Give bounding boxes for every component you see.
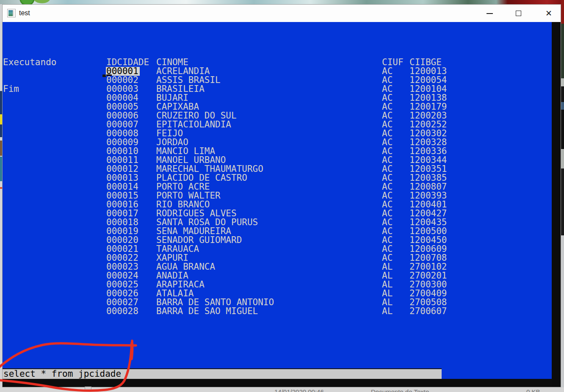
cell-idcidade: 000027 (106, 298, 138, 307)
cell-idcidade: 000001 (106, 67, 140, 76)
cell-ciibge: 1200385 (409, 174, 447, 182)
table-row[interactable]: 000001ACRELANDIAAC1200013 (3, 67, 561, 76)
cell-cinome: BRASILEIA (156, 85, 205, 94)
table-row[interactable]: 000008FEIJOAC1200302 (3, 129, 561, 138)
cell-ciuf: AL (382, 298, 393, 307)
screen: 14/01/2020 00:46 Documento de Texto 0 KB… (0, 0, 564, 392)
table-row[interactable]: 000027BARRA DE SANTO ANTONIOAL2700508 (3, 298, 561, 307)
cell-ciuf: AC (382, 76, 393, 85)
cell-ciuf: AC (382, 254, 393, 262)
table-row[interactable]: 000003BRASILEIAAC1200104 (3, 85, 561, 94)
cell-idcidade: 000028 (106, 307, 138, 316)
command-input[interactable]: select * from jpcidade (3, 368, 442, 379)
desktop-icon-fragment (33, 0, 51, 5)
cell-cinome: XAPURI (156, 254, 188, 262)
cell-idcidade: 000019 (106, 227, 138, 236)
header-ciuf: CIUF (382, 58, 404, 67)
table-row[interactable]: 000010MANCIO LIMAAC1200336 (3, 147, 561, 156)
table-row[interactable]: 000009JORDAOAC1200328 (3, 138, 561, 147)
cell-idcidade: 000015 (106, 191, 138, 200)
maximize-button[interactable] (509, 5, 528, 22)
table-row[interactable]: 000015PORTO WALTERAC1200393 (3, 191, 561, 200)
cell-ciuf: AC (382, 227, 393, 236)
cell-idcidade: 000008 (106, 129, 138, 138)
console-bottom-black-area (3, 379, 561, 387)
cell-ciuf: AC (382, 147, 393, 156)
cell-idcidade: 000022 (106, 254, 138, 262)
table-row[interactable]: 000007EPITACIOLANDIAAC1200252 (3, 120, 561, 129)
cell-ciibge: 2700409 (409, 289, 447, 298)
table-row[interactable]: 000024ANADIAAL2700201 (3, 271, 561, 280)
table-row[interactable]: 000011MANOEL URBANOAC1200344 (3, 156, 561, 165)
cell-ciuf: AL (382, 289, 393, 298)
cell-idcidade: 000009 (106, 138, 138, 147)
table-row[interactable]: 000004BUJARIAC1200138 (3, 94, 561, 102)
console-right-black-area (552, 22, 561, 387)
table-row[interactable]: 000014PORTO ACREAC1200807 (3, 182, 561, 191)
cell-ciuf: AC (382, 94, 393, 102)
cell-cinome: BARRA DE SAO MIGUEL (156, 307, 258, 316)
cell-cinome: SENADOR GUIOMARD (156, 236, 242, 245)
cell-ciibge: 1200708 (409, 254, 447, 262)
table-row[interactable]: 000020SENADOR GUIOMARDAC1200450 (3, 236, 561, 245)
cell-idcidade: 000017 (106, 209, 138, 218)
console-window: test ✕ Executando Fim IDCIDADE CINOME CI… (2, 4, 561, 387)
cell-ciuf: AC (382, 111, 393, 120)
minimize-button[interactable] (480, 5, 499, 22)
table-row[interactable]: 000018SANTA ROSA DO PURUSAC1200435 (3, 218, 561, 227)
console-client-area: Executando Fim IDCIDADE CINOME CIUF CIIB… (3, 22, 561, 387)
table-row[interactable]: 000012MARECHAL THAUMATURGOAC1200351 (3, 165, 561, 174)
cell-ciuf: AC (382, 85, 393, 94)
cell-ciuf: AL (382, 262, 393, 271)
table-row[interactable]: 000023AGUA BRANCAAL2700102 (3, 262, 561, 271)
cell-cinome: ANADIA (156, 271, 188, 280)
titlebar[interactable]: test ✕ (3, 5, 561, 22)
cell-ciibge: 1200351 (409, 165, 447, 174)
cell-cinome: BUJARI (156, 94, 188, 102)
table-row[interactable]: 000026ATALAIAAL2700409 (3, 289, 561, 298)
cell-idcidade: 000014 (106, 182, 138, 191)
cell-idcidade: 000007 (106, 120, 138, 129)
cell-cinome: ARAPIRACA (156, 280, 205, 289)
table-row[interactable]: 000021TARAUACAAC1200609 (3, 245, 561, 254)
cell-ciibge: 2700102 (409, 262, 447, 271)
cell-cinome: FEIJO (156, 129, 183, 138)
header-idcidade: IDCIDADE (106, 58, 149, 67)
cell-idcidade: 000003 (106, 85, 138, 94)
file-type-label: Documento de Texto (371, 389, 429, 392)
cell-ciuf: AC (382, 236, 393, 245)
table-row[interactable]: 000017RODRIGUES ALVESAC1200427 (3, 209, 561, 218)
table-row[interactable]: 000019SENA MADUREIRAAC1200500 (3, 227, 561, 236)
cell-idcidade: 000016 (106, 200, 138, 209)
cell-cinome: CAPIXABA (156, 102, 199, 111)
cell-cinome: MARECHAL THAUMATURGO (156, 165, 263, 174)
cell-ciuf: AC (382, 120, 393, 129)
cell-idcidade: 000020 (106, 236, 138, 245)
table-row[interactable]: 000006CRUZEIRO DO SULAC1200203 (3, 111, 561, 120)
cell-ciibge: 1200328 (409, 138, 447, 147)
desktop-wallpaper-strip (0, 0, 564, 4)
cell-cinome: PORTO ACRE (156, 182, 210, 191)
table-row[interactable]: 000016RIO BRANCOAC1200401 (3, 200, 561, 209)
close-button[interactable]: ✕ (539, 5, 558, 22)
close-icon: ✕ (545, 9, 552, 17)
cell-cinome: EPITACIOLANDIA (156, 120, 231, 129)
cell-ciibge: 2700508 (409, 298, 447, 307)
cell-cinome: MANCIO LIMA (156, 147, 215, 156)
table-row[interactable]: 000002ASSIS BRASILAC1200054 (3, 76, 561, 85)
cell-cinome: PLACIDO DE CASTRO (156, 174, 247, 182)
cell-cinome: CRUZEIRO DO SUL (156, 111, 237, 120)
cell-ciuf: AL (382, 280, 393, 289)
cell-ciibge: 1200138 (409, 94, 447, 102)
table-row[interactable]: 000025ARAPIRACAAL2700300 (3, 280, 561, 289)
cell-ciibge: 1200054 (409, 76, 447, 85)
cell-cinome: RODRIGUES ALVES (156, 209, 237, 218)
table-row[interactable]: 000005CAPIXABAAC1200179 (3, 102, 561, 111)
table-row[interactable]: 000013PLACIDO DE CASTROAC1200385 (3, 174, 561, 182)
table-row[interactable]: 000022XAPURIAC1200708 (3, 254, 561, 262)
table-row[interactable]: 000028BARRA DE SAO MIGUELAL2700607 (3, 307, 561, 316)
app-icon (7, 9, 16, 17)
cell-ciibge: 1200427 (409, 209, 447, 218)
cell-idcidade: 000018 (106, 218, 138, 227)
cell-cinome: RIO BRANCO (156, 200, 210, 209)
